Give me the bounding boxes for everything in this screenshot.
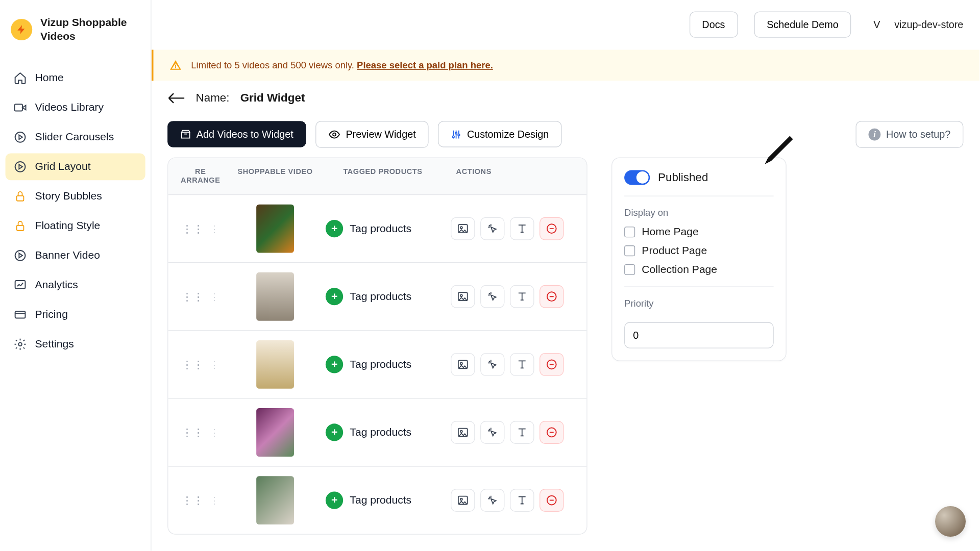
checkbox-collection-page[interactable]: Collection Page [624,263,774,276]
video-thumb-cell[interactable] [225,476,326,524]
support-chat-avatar[interactable] [935,506,966,537]
add-tag-button[interactable]: + [326,491,343,509]
widget-name: Grid Widget [240,91,305,105]
drag-handle-icon[interactable]: ⋮⋮ [182,426,205,439]
video-thumbnail[interactable] [256,340,294,389]
nav-home[interactable]: Home [6,65,145,92]
add-videos-button[interactable]: Add Videos to Widget [167,121,306,147]
click-action-button[interactable] [480,285,504,308]
drag-handle-icon[interactable]: ⋮⋮ [182,358,205,371]
nav-settings[interactable]: Settings [6,331,145,358]
delete-action-button[interactable] [540,489,564,512]
rearrange-cell: ⋮⋮ ⋮ [176,426,225,439]
add-tag-button[interactable]: + [326,356,343,373]
text-action-button[interactable] [510,421,534,444]
add-tag-button[interactable]: + [326,220,343,237]
click-action-button[interactable] [480,421,504,444]
text-action-button[interactable] [510,353,534,376]
nav-story-bubbles[interactable]: Story Bubbles [6,183,145,210]
actions-cell [440,489,579,512]
delete-action-button[interactable] [540,421,564,444]
add-tag-button[interactable]: + [326,288,343,305]
image-action-button[interactable] [451,217,475,240]
tag-label[interactable]: Tag products [350,222,411,235]
checkbox-icon[interactable] [624,264,635,274]
rearrange-cell: ⋮⋮ ⋮ [176,358,225,371]
kebab-icon[interactable]: ⋮ [210,359,219,370]
tag-label[interactable]: Tag products [350,358,411,370]
avatar-letter: V [867,15,886,34]
svg-rect-3 [17,196,24,201]
customize-design-button[interactable]: Customize Design [438,121,561,147]
video-thumbnail[interactable] [256,205,294,253]
tagged-cell: + Tag products [326,491,440,509]
preview-widget-button[interactable]: Preview Widget [315,121,429,148]
text-action-button[interactable] [510,489,534,512]
click-action-button[interactable] [480,489,504,512]
video-thumbnail[interactable] [256,408,294,457]
image-action-button[interactable] [451,421,475,444]
nav-label: Home [35,72,64,84]
kebab-icon[interactable]: ⋮ [210,291,219,302]
logo[interactable]: Vizup Shoppable Videos [6,11,145,48]
tagged-cell: + Tag products [326,220,440,237]
schedule-demo-button[interactable]: Schedule Demo [754,12,851,38]
click-action-button[interactable] [480,217,504,240]
drag-handle-icon[interactable]: ⋮⋮ [182,290,205,303]
nav-slider-carousels[interactable]: Slider Carousels [6,124,145,151]
tag-label[interactable]: Tag products [350,427,411,439]
checkbox-home-page[interactable]: Home Page [624,226,774,238]
image-action-button[interactable] [451,285,475,308]
video-thumb-cell[interactable] [225,272,326,321]
nav-label: Story Bubbles [35,190,102,203]
nav-analytics[interactable]: Analytics [6,271,145,298]
store-selector[interactable]: V vizup-dev-store [867,15,963,34]
video-thumb-cell[interactable] [225,205,326,253]
checkbox-product-page[interactable]: Product Page [624,244,774,257]
drag-handle-icon[interactable]: ⋮⋮ [182,222,205,235]
nav-label: Videos Library [35,102,104,114]
image-action-button[interactable] [451,489,475,512]
action-row: Add Videos to Widget Preview Widget Cust… [152,115,979,157]
nav-pricing[interactable]: Pricing [6,301,145,328]
nav-banner-video[interactable]: Banner Video [6,242,145,269]
drag-handle-icon[interactable]: ⋮⋮ [182,494,205,507]
main: Docs Schedule Demo V vizup-dev-store Lim… [152,0,979,550]
image-action-button[interactable] [451,353,475,376]
card-icon [13,308,27,321]
kebab-icon[interactable]: ⋮ [210,495,219,506]
checkbox-icon[interactable] [624,227,635,237]
video-thumb-cell[interactable] [225,408,326,457]
delete-action-button[interactable] [540,353,564,376]
nav-label: Pricing [35,309,68,321]
text-action-button[interactable] [510,285,534,308]
nav-label: Settings [35,338,74,350]
nav-grid-layout[interactable]: Grid Layout [6,154,145,181]
upgrade-link[interactable]: Please select a paid plan here. [357,60,493,70]
rearrange-cell: ⋮⋮ ⋮ [176,494,225,507]
add-tag-button[interactable]: + [326,423,343,441]
kebab-icon[interactable]: ⋮ [210,223,219,234]
published-toggle[interactable] [624,170,650,185]
docs-button[interactable]: Docs [689,12,738,38]
svg-point-9 [333,133,336,136]
video-thumb-cell[interactable] [225,340,326,389]
checkbox-icon[interactable] [624,245,635,256]
tag-label[interactable]: Tag products [350,290,411,303]
delete-action-button[interactable] [540,285,564,308]
click-action-button[interactable] [480,353,504,376]
video-thumbnail[interactable] [256,272,294,321]
text-action-button[interactable] [510,217,534,240]
video-thumbnail[interactable] [256,476,294,524]
nav-floating-style[interactable]: Floating Style [6,212,145,239]
tag-label[interactable]: Tag products [350,494,411,507]
nav-videos-library[interactable]: Videos Library [6,94,145,121]
published-row: Published [624,170,774,196]
priority-input[interactable] [624,322,774,348]
nav-label: Floating Style [35,220,101,232]
tagged-cell: + Tag products [326,288,440,305]
delete-action-button[interactable] [540,217,564,240]
back-arrow-icon[interactable] [167,92,185,104]
kebab-icon[interactable]: ⋮ [210,427,219,438]
how-to-setup-button[interactable]: i How to setup? [856,121,964,148]
